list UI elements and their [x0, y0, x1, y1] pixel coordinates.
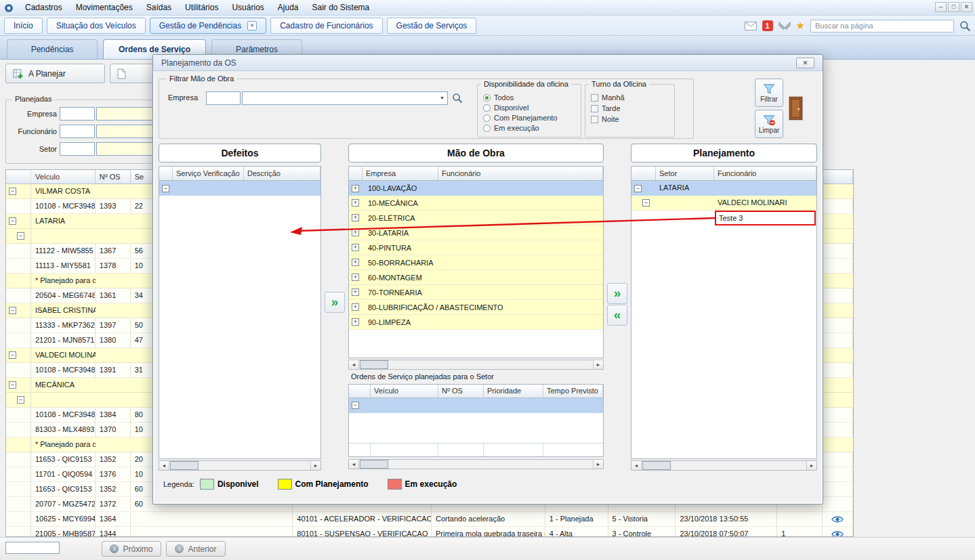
menu-item[interactable]: Utilitários	[178, 1, 225, 14]
tab-close-icon[interactable]: ✕	[247, 21, 257, 30]
checkbox-option[interactable]: Manhã	[591, 93, 674, 102]
column-header-empresa[interactable]: Empresa	[362, 167, 438, 180]
column-header-setor[interactable]: Setor	[656, 167, 714, 180]
table-row[interactable]: + 80-LUBRIFICAÇÃO / ABASTECIMENTO	[349, 300, 603, 315]
scroll-left-icon[interactable]: ◄	[159, 461, 169, 470]
column-header-servico-verificacao[interactable]: Serviço Verificação	[173, 167, 244, 180]
expand-toggle[interactable]: +	[352, 214, 359, 221]
expand-toggle[interactable]: +	[352, 318, 359, 326]
table-row[interactable]: + 100-LAVAÇÃO	[349, 181, 603, 196]
radio-option[interactable]: Disponível	[483, 103, 581, 112]
menu-item[interactable]: Cadastros	[18, 1, 69, 14]
column-header-veiculo[interactable]: Veículo	[31, 170, 96, 184]
scrollbar-thumb[interactable]	[360, 460, 388, 469]
checkbox-option[interactable]: Tarde	[591, 104, 674, 113]
column-header-funcionario[interactable]: Funcionário	[714, 167, 816, 180]
expand-toggle[interactable]: −	[17, 232, 24, 240]
radio-option[interactable]: Todos	[483, 93, 581, 102]
expand-toggle[interactable]: −	[9, 188, 16, 195]
tab-pendencias[interactable]: Pendências	[7, 39, 98, 59]
table-row[interactable]: + 30-LATARIA	[349, 225, 603, 240]
menu-item[interactable]: Usuários	[225, 1, 270, 14]
setor-code-field[interactable]	[60, 142, 95, 156]
expand-toggle[interactable]: +	[352, 244, 359, 251]
column-header-os[interactable]: Nº OS	[96, 170, 131, 184]
tab-gestao-pendencias[interactable]: Gestão de Pendências ✕	[150, 18, 266, 34]
limpar-button[interactable]: Limpar	[755, 110, 783, 138]
move-to-planejamento-button[interactable]: »	[607, 283, 627, 304]
scroll-right-icon[interactable]: ►	[310, 461, 320, 470]
column-header-descricao[interactable]: Descrição	[244, 167, 320, 180]
collapse-toggle[interactable]: −	[642, 199, 650, 207]
highlighted-cell[interactable]: Teste 3	[715, 211, 816, 225]
column-header-prioridade[interactable]: Prioridade	[484, 385, 543, 397]
table-row[interactable]: −	[349, 398, 603, 413]
expand-toggle[interactable]: +	[352, 288, 359, 296]
column-header-veiculo[interactable]: Veículo	[371, 385, 438, 397]
anterior-button[interactable]: ‹ Anterior	[166, 541, 226, 557]
table-row[interactable]: 10625 - MCY6994 1364 40101 - ACELERADOR …	[6, 512, 853, 527]
collapse-toggle[interactable]: −	[634, 185, 642, 192]
funcionario-name-field[interactable]	[96, 125, 154, 138]
table-row[interactable]: − VALDECI MOLINARI	[631, 196, 816, 211]
favorites-star-icon[interactable]: ★	[796, 20, 805, 31]
column-header-eye[interactable]	[823, 170, 853, 184]
table-row[interactable]: + 20-ELÉTRICA	[349, 211, 603, 225]
column-header-tempo-previsto[interactable]: Tempo Previsto	[543, 385, 603, 397]
scroll-right-icon[interactable]: ►	[593, 460, 603, 469]
bottom-search-field[interactable]	[5, 542, 60, 554]
radio-option[interactable]: Em execução	[483, 123, 581, 133]
menu-item[interactable]: Saídas	[140, 1, 178, 14]
exit-door-icon[interactable]	[787, 95, 804, 121]
tab-inicio[interactable]: Início	[4, 18, 43, 34]
mail-icon[interactable]	[745, 22, 757, 30]
minimize-button[interactable]: –	[935, 2, 947, 12]
expand-toggle[interactable]: −	[9, 217, 16, 225]
menu-item[interactable]: Movimentações	[69, 1, 140, 14]
close-button[interactable]: ✕	[961, 2, 972, 12]
checkbox-option[interactable]: Noite	[591, 114, 674, 124]
tab-situacao-veiculos[interactable]: Situação dos Veículos	[47, 18, 146, 34]
table-row[interactable]: + 60-MONTAGEM	[349, 270, 603, 285]
expand-toggle[interactable]: +	[352, 199, 359, 207]
defeitos-scrollbar[interactable]: ◄ ►	[159, 460, 321, 471]
expand-toggle[interactable]: −	[9, 381, 16, 389]
expand-toggle[interactable]: +	[352, 229, 359, 236]
column-header-os[interactable]: Nº OS	[438, 385, 484, 397]
table-row[interactable]: Teste 3	[631, 211, 816, 225]
lookup-search-icon[interactable]	[452, 93, 463, 104]
notification-badge[interactable]: 1	[762, 20, 773, 31]
collapse-toggle[interactable]: −	[162, 185, 169, 192]
a-planejar-button[interactable]: A Planejar	[5, 64, 105, 83]
expand-toggle[interactable]: −	[17, 396, 24, 404]
table-row[interactable]: + 40-PINTURA	[349, 240, 603, 255]
collapse-toggle[interactable]: −	[352, 402, 359, 409]
maximize-button[interactable]: □	[948, 2, 959, 12]
expand-toggle[interactable]: +	[352, 274, 359, 281]
dialog-title-bar[interactable]: Planejamento da OS	[153, 55, 823, 71]
table-row[interactable]: − LATARIA	[631, 181, 816, 196]
eye-icon[interactable]	[831, 515, 844, 523]
empresa-name-field[interactable]	[96, 107, 154, 121]
tab-gestao-servicos[interactable]: Gestão de Serviços	[387, 18, 477, 34]
table-row[interactable]: 21005 - MHB9587 1344 80101 - SUSPENSAO -…	[6, 527, 853, 537]
table-row[interactable]: + 70-TORNEARIA	[349, 285, 603, 300]
setor-name-field[interactable]	[96, 142, 154, 156]
page-search-input[interactable]	[810, 20, 954, 33]
scroll-left-icon[interactable]: ◄	[349, 460, 359, 469]
move-right-button[interactable]: »	[325, 292, 345, 313]
expand-toggle[interactable]: +	[352, 259, 359, 266]
planejamento-scrollbar[interactable]: ◄ ►	[631, 460, 817, 471]
tab-cadastro-funcionarios[interactable]: Cadastro de Funcionários	[270, 18, 382, 34]
expand-toggle[interactable]: +	[352, 303, 359, 311]
filtrar-button[interactable]: Filtrar	[755, 79, 783, 107]
menu-item[interactable]: Ajuda	[271, 1, 306, 14]
scrollbar-thumb[interactable]	[642, 461, 671, 470]
scroll-left-icon[interactable]: ◄	[631, 461, 642, 470]
eye-icon[interactable]	[831, 530, 844, 538]
dialog-empresa-code-field[interactable]	[206, 91, 241, 105]
scroll-right-icon[interactable]: ►	[593, 360, 603, 369]
table-row[interactable]: + 10-MECÂNICA	[349, 196, 603, 211]
dialog-close-icon[interactable]: ✕	[796, 58, 814, 68]
document-button[interactable]	[110, 64, 153, 83]
